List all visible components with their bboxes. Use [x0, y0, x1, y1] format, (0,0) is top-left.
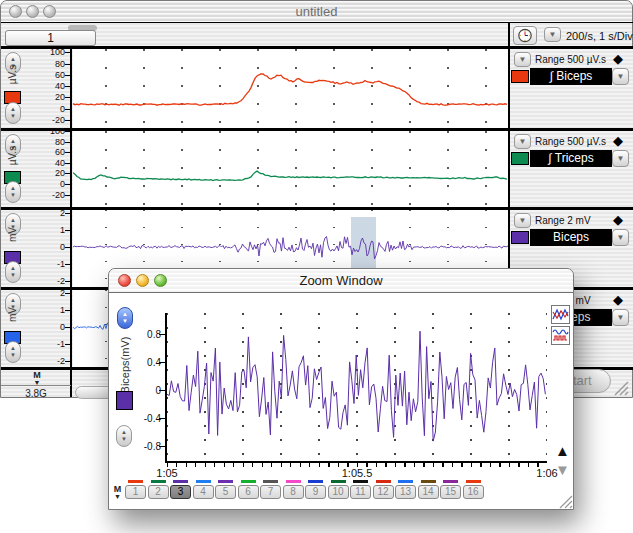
y-tick-mark — [159, 390, 165, 391]
channel-color-dash — [421, 480, 436, 483]
channel-button-12[interactable]: 12 — [373, 485, 394, 499]
trace-ch2 — [73, 131, 508, 207]
settings-diamond-icon[interactable]: ◆ — [613, 134, 623, 147]
data-size: 3.8G — [1, 388, 71, 399]
y-tick-label: 0 — [129, 385, 161, 396]
channel-button-row: 12345678910111213141516 — [109, 477, 573, 503]
y-tick-label: 40 — [35, 158, 65, 168]
y-tick-mark — [159, 362, 165, 363]
y-tick-label: 1 — [35, 225, 65, 235]
channel-color-dash — [196, 480, 211, 483]
y-tick-mark — [159, 418, 165, 419]
range-label: Range 500 µV.s — [535, 54, 606, 65]
overlay-mode-button[interactable] — [551, 305, 570, 324]
channel-button-3[interactable]: 3 — [170, 485, 191, 499]
scale-stepper-bottom[interactable]: ▲▼ — [5, 341, 21, 363]
channel-button-5[interactable]: 5 — [215, 485, 236, 499]
channel-button-16[interactable]: 16 — [463, 485, 484, 499]
y-tick-label: -2 — [35, 276, 65, 286]
y-tick-label: 1 — [35, 305, 65, 315]
zoom-window-title: Zoom Window — [109, 273, 573, 288]
zoom-resize-grip[interactable] — [557, 493, 574, 510]
range-label: Range 500 µV.s — [535, 136, 606, 147]
y-tick-mark — [159, 334, 165, 335]
channel-button-11[interactable]: 11 — [350, 485, 371, 499]
arrow-down-icon: ▼ — [10, 113, 16, 120]
channel-dropdown-button[interactable]: ▼ — [612, 309, 629, 326]
y-tick-label: 40 — [35, 81, 65, 91]
channel-color-dash — [466, 480, 481, 483]
trace-ch1 — [73, 49, 508, 128]
channel-button-8[interactable]: 8 — [283, 485, 304, 499]
chevron-down-icon: ▼ — [617, 72, 625, 81]
channel-color-dash — [241, 480, 256, 483]
channel-button-6[interactable]: 6 — [238, 485, 259, 499]
channel-settings-panel: ▼Range 500 µV.s◆∫ Triceps▼ — [510, 131, 633, 207]
channel-color-dash — [218, 480, 233, 483]
arrow-up-icon: ▲ — [10, 345, 16, 352]
channel-label-bar[interactable]: ∫ Triceps — [530, 150, 612, 167]
scale-stepper-bottom[interactable]: ▲▼ — [5, 261, 21, 283]
y-tick-label: 0 — [35, 104, 65, 114]
arrow-up-icon: ▲ — [10, 106, 16, 113]
channel-button-2[interactable]: 2 — [148, 485, 169, 499]
zoom-titlebar[interactable]: Zoom Window — [109, 269, 573, 293]
y-tick-label: 0 — [35, 242, 65, 252]
scale-stepper-bottom[interactable]: ▲▼ — [5, 102, 21, 124]
settings-diamond-icon[interactable]: ◆ — [613, 213, 623, 226]
y-tick-label: -2 — [35, 356, 65, 366]
channel-button-1[interactable]: 1 — [125, 485, 146, 499]
channel-dropdown-button[interactable]: ▼ — [612, 229, 629, 246]
channel-dropdown-button[interactable]: ▼ — [612, 68, 629, 85]
range-dropdown-button[interactable]: ▼ — [514, 52, 531, 67]
channel-button-9[interactable]: 9 — [305, 485, 326, 499]
chevron-down-icon: ▼ — [617, 233, 625, 242]
channel-color-dash — [443, 480, 458, 483]
channel-button-14[interactable]: 14 — [418, 485, 439, 499]
settings-diamond-icon[interactable]: ◆ — [613, 293, 623, 306]
channel-button-13[interactable]: 13 — [395, 485, 416, 499]
arrow-down-icon: ▼ — [10, 272, 16, 279]
chevron-down-icon: ▼ — [617, 313, 625, 322]
channel-color-swatch — [511, 70, 529, 83]
waveform-overlay-icon — [552, 306, 569, 323]
y-tick-label: 20 — [35, 92, 65, 102]
channel-settings-panel: ▼Range 500 µV.s◆∫ Biceps▼ — [510, 49, 633, 128]
y-tick-label: -20 — [35, 190, 65, 200]
y-tick-label: 2 — [35, 288, 65, 298]
channel-label-bar[interactable]: ∫ Biceps — [530, 68, 612, 85]
main-resize-grip[interactable] — [611, 378, 630, 397]
zoom-window: Zoom Window ▲▼ Biceps(mV) ▲▼ 0.80.40-0.4… — [108, 268, 574, 510]
screen: untitled 1 ▼ 200/s, 1 s/Div ▲▼µV.s▲▼1008… — [0, 0, 633, 533]
range-dropdown-button[interactable]: ▼ — [514, 134, 531, 149]
channel-plot — [73, 49, 508, 128]
settings-diamond-icon[interactable]: ◆ — [613, 52, 623, 65]
chevron-down-icon: ▼ — [617, 154, 625, 163]
channel-button-4[interactable]: 4 — [193, 485, 214, 499]
y-tick-label: 0.8 — [129, 329, 161, 340]
y-tick-label: 100 — [35, 47, 65, 57]
channel-color-dash — [376, 480, 391, 483]
channel-button-15[interactable]: 15 — [440, 485, 461, 499]
channel-label-bar[interactable]: Biceps — [530, 229, 612, 246]
arrow-down-icon: ▼ — [10, 352, 16, 359]
channel-color-dash — [398, 480, 413, 483]
channel-button-7[interactable]: 7 — [260, 485, 281, 499]
channel-color-dash — [308, 480, 323, 483]
channel-button-10[interactable]: 10 — [328, 485, 349, 499]
y-tick-label: 80 — [35, 137, 65, 147]
y-tick-label: 60 — [35, 147, 65, 157]
range-label: Range 2 mV — [535, 215, 591, 226]
channel-color-dash — [128, 480, 143, 483]
stacked-mode-button[interactable] — [551, 326, 570, 345]
chevron-down-icon: ▼ — [519, 216, 527, 225]
channel-color-dash — [331, 480, 346, 483]
scale-stepper-bottom[interactable]: ▲▼ — [5, 181, 21, 203]
channel-dropdown-button[interactable]: ▼ — [612, 150, 629, 167]
zoom-plot — [167, 313, 547, 461]
scroll-up-button[interactable]: ▲ — [553, 442, 572, 460]
waveform-stacked-icon — [552, 327, 569, 344]
y-tick-label: -20 — [35, 115, 65, 125]
y-tick-label: 20 — [35, 168, 65, 178]
range-dropdown-button[interactable]: ▼ — [514, 213, 531, 228]
